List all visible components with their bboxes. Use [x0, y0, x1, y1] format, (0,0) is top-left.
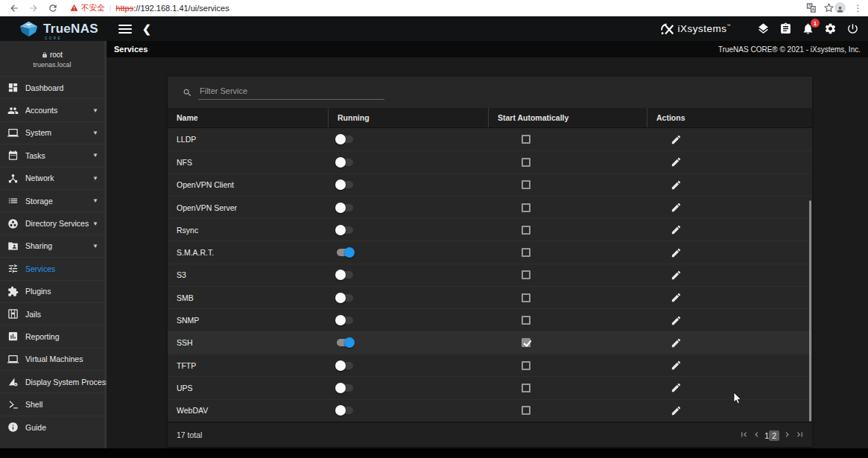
- forward-icon[interactable]: [28, 3, 39, 13]
- start-automatically-checkbox[interactable]: [522, 361, 530, 370]
- group-work-icon: [7, 218, 19, 229]
- page-number-2[interactable]: 2: [769, 430, 779, 441]
- hub-icon: [7, 173, 19, 184]
- browser-toolbar: 不安全 | https://192.168.1.41/ui/services ⋮: [0, 0, 868, 16]
- settings-gear-icon[interactable]: [824, 22, 837, 35]
- table-footer: 17 total 12: [168, 422, 812, 447]
- sidebar-item-storage[interactable]: Storage▼: [0, 189, 104, 211]
- translate-icon[interactable]: [805, 2, 817, 13]
- page-title: Services: [114, 45, 148, 54]
- last-page-icon[interactable]: [795, 430, 805, 439]
- sidebar-item-guide[interactable]: Guide: [0, 416, 104, 438]
- service-name: LLDP: [177, 135, 196, 144]
- sidebar-item-reporting[interactable]: Reporting: [0, 325, 104, 347]
- start-automatically-checkbox[interactable]: [522, 316, 530, 325]
- column-header-actions[interactable]: Actions: [647, 108, 812, 127]
- back-icon[interactable]: [9, 3, 19, 13]
- sidebar-item-dashboard[interactable]: Dashboard: [0, 76, 104, 98]
- edit-service-button[interactable]: [671, 202, 682, 213]
- running-toggle[interactable]: [337, 271, 353, 279]
- table-scrollbar[interactable]: [809, 200, 811, 422]
- column-header-start-automatically[interactable]: Start Automatically: [488, 108, 647, 127]
- table-row-s3: S3: [168, 264, 812, 286]
- browser-menu-icon[interactable]: ⋮: [852, 2, 864, 13]
- next-page-icon[interactable]: [782, 430, 792, 439]
- truenas-logo[interactable]: TrueNAS CORE: [0, 21, 107, 37]
- sidebar-item-tasks[interactable]: Tasks▼: [0, 144, 104, 166]
- truecommand-layers-icon[interactable]: [757, 22, 770, 35]
- table-row-rsync: Rsync: [168, 218, 812, 241]
- running-toggle[interactable]: [337, 159, 353, 166]
- filter-bar: [168, 77, 812, 108]
- table-row-snmp: SNMP: [168, 308, 812, 331]
- task-manager-icon[interactable]: [779, 22, 792, 35]
- running-toggle[interactable]: [337, 339, 353, 346]
- edit-service-button[interactable]: [671, 337, 682, 349]
- start-automatically-checkbox[interactable]: [522, 293, 530, 302]
- start-automatically-checkbox[interactable]: [522, 226, 530, 235]
- sidebar-item-virtual-machines[interactable]: Virtual Machines: [0, 348, 104, 370]
- start-automatically-checkbox[interactable]: [522, 135, 530, 144]
- search-icon: [183, 88, 192, 98]
- sidebar-item-sharing[interactable]: Sharing▼: [0, 235, 104, 257]
- address-bar[interactable]: 不安全 | https://192.168.1.41/ui/services: [70, 3, 799, 13]
- menu-hamburger-icon[interactable]: [118, 25, 132, 34]
- sidebar-item-accounts[interactable]: Accounts▼: [0, 98, 104, 121]
- sidebar-item-network[interactable]: Network▼: [0, 167, 104, 189]
- start-automatically-checkbox[interactable]: [522, 270, 530, 279]
- edit-service-button[interactable]: [671, 179, 682, 191]
- filter-service-input[interactable]: [198, 85, 384, 100]
- running-toggle[interactable]: [337, 181, 353, 188]
- start-automatically-checkbox[interactable]: [522, 406, 530, 415]
- notifications-bell-icon[interactable]: 1: [802, 22, 814, 35]
- sidebar-item-jails[interactable]: Jails: [0, 302, 104, 325]
- running-toggle[interactable]: [337, 407, 353, 414]
- edit-service-button[interactable]: [671, 315, 682, 326]
- sidebar-item-plugins[interactable]: Plugins: [0, 280, 104, 302]
- sidebar-item-system[interactable]: System▼: [0, 121, 104, 144]
- running-toggle[interactable]: [337, 362, 353, 369]
- edit-service-button[interactable]: [671, 360, 682, 371]
- edit-service-button[interactable]: [671, 382, 682, 393]
- edit-service-button[interactable]: [671, 156, 682, 168]
- edit-service-button[interactable]: [671, 134, 682, 145]
- start-automatically-checkbox[interactable]: [522, 384, 530, 392]
- running-toggle[interactable]: [337, 204, 353, 211]
- start-automatically-checkbox[interactable]: [522, 180, 530, 189]
- running-toggle[interactable]: [337, 317, 353, 324]
- start-automatically-checkbox[interactable]: [522, 338, 530, 347]
- reload-icon[interactable]: [48, 3, 58, 13]
- column-header-running[interactable]: Running: [328, 108, 488, 127]
- edit-service-button[interactable]: [671, 405, 682, 416]
- previous-page-icon[interactable]: [752, 430, 761, 439]
- running-toggle[interactable]: [337, 249, 353, 256]
- power-icon[interactable]: [846, 22, 859, 35]
- first-page-icon[interactable]: [739, 430, 749, 439]
- bookmark-star-icon[interactable]: [823, 2, 834, 13]
- sidebar-item-shell[interactable]: Shell: [0, 392, 104, 415]
- edit-service-button[interactable]: [671, 292, 682, 303]
- sidebar-item-directory-services[interactable]: Directory Services▼: [0, 211, 104, 234]
- running-toggle[interactable]: [337, 294, 353, 302]
- running-toggle[interactable]: [337, 226, 353, 234]
- sidenav-collapse-icon[interactable]: ❮: [142, 24, 151, 34]
- column-header-name[interactable]: Name: [168, 108, 328, 127]
- start-automatically-checkbox[interactable]: [522, 158, 530, 167]
- browser-profile-avatar[interactable]: [834, 2, 846, 13]
- edit-service-button[interactable]: [671, 224, 682, 235]
- running-toggle[interactable]: [337, 136, 353, 143]
- sidebar-item-label: Tasks: [25, 151, 45, 160]
- running-toggle[interactable]: [337, 384, 353, 392]
- chevron-down-icon: ▼: [92, 197, 98, 204]
- sidebar-item-label: System: [25, 128, 51, 137]
- start-automatically-checkbox[interactable]: [522, 203, 530, 212]
- edit-service-button[interactable]: [671, 247, 682, 258]
- chevron-down-icon: ▼: [92, 175, 98, 182]
- address-separator: |: [110, 4, 112, 13]
- info-icon: [7, 422, 19, 433]
- people-icon: [7, 105, 19, 116]
- edit-service-button[interactable]: [671, 270, 682, 281]
- start-automatically-checkbox[interactable]: [522, 248, 530, 257]
- sidebar-item-display-system-processes[interactable]: Display System Processes: [0, 370, 104, 392]
- sidebar-item-services[interactable]: Services: [0, 257, 104, 279]
